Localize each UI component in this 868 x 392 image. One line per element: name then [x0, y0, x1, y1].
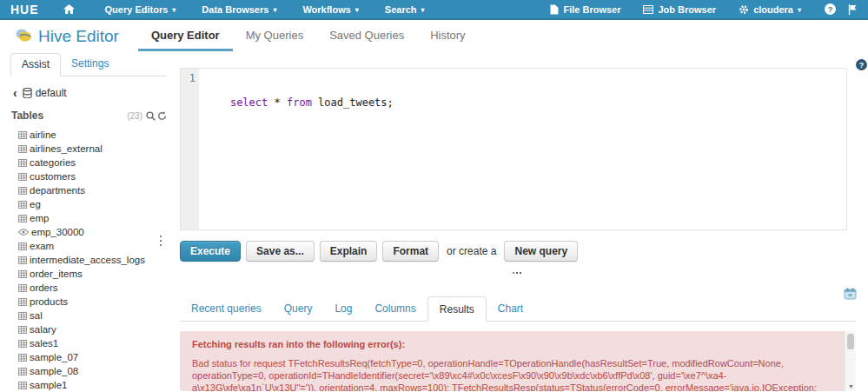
chevron-down-icon: ▾ [172, 6, 176, 14]
code-token: load_tweets; [312, 96, 394, 109]
table-list-item[interactable]: orders [18, 281, 167, 295]
app-tab-label: My Queries [246, 29, 303, 42]
execute-button[interactable]: Execute [180, 241, 241, 262]
gears-icon [739, 4, 749, 15]
top-navbar: HUE Query Editors ▾ Data Browsers ▾ Work… [0, 0, 868, 20]
table-list-item[interactable]: products [18, 295, 167, 309]
table-list-item[interactable]: airline [18, 128, 167, 142]
table-list-item[interactable]: exam [18, 239, 167, 253]
tables-label: Tables [11, 110, 127, 122]
code-editor[interactable]: select * from load_tweets; [199, 69, 846, 229]
table-list-item[interactable]: eg [18, 197, 167, 211]
refresh-icon[interactable] [157, 111, 167, 121]
table-list-item[interactable]: emp_30000 [18, 225, 167, 239]
app-tab[interactable]: Saved Queries [316, 22, 417, 51]
file-browser-link[interactable]: File Browser [539, 0, 632, 18]
table-icon [18, 326, 27, 334]
result-tab[interactable]: Results [427, 296, 487, 322]
top-menu-item[interactable]: Workflows ▾ [289, 0, 371, 18]
result-tab-label: Query [284, 302, 313, 315]
error-content: Fetching results ran into the following … [180, 331, 856, 391]
chevron-down-icon: ▾ [421, 6, 425, 14]
save-as-button[interactable]: Save as... [246, 241, 315, 262]
app-tab[interactable]: My Queries [233, 22, 316, 51]
page-title[interactable]: Hive Editor [38, 27, 119, 46]
top-menu-item[interactable]: Query Editors ▾ [92, 0, 189, 18]
sidebar-resize-grip[interactable] [160, 236, 163, 246]
new-query-button[interactable]: New query [504, 241, 578, 262]
menu-label: Workflows [302, 4, 350, 15]
table-name: airline [30, 130, 56, 140]
database-icon [23, 88, 32, 98]
explain-button[interactable]: Explain [320, 241, 378, 262]
job-browser-link[interactable]: Job Browser [632, 0, 727, 18]
table-list-item[interactable]: order_items [18, 267, 167, 281]
table-list-item[interactable]: intermediate_access_logs [18, 253, 167, 267]
table-list-item[interactable]: sample1 [18, 378, 167, 392]
table-icon [18, 131, 27, 139]
query-editor-panel[interactable]: 1 select * from load_tweets; [180, 68, 847, 230]
table-list-item[interactable]: sales1 [18, 336, 167, 350]
app-tab[interactable]: History [417, 22, 478, 51]
user-menu[interactable]: cloudera ▾ [727, 0, 812, 18]
result-tabs: Recent queries Query Log Columns Results [180, 296, 856, 322]
result-tab-label: Columns [374, 302, 415, 315]
code-token: select [230, 96, 268, 109]
table-icon [18, 354, 27, 362]
table-list-item[interactable]: salary [18, 322, 167, 336]
table-list-item[interactable]: departments [18, 183, 167, 197]
file-browser-label: File Browser [563, 4, 620, 15]
result-tab-label: Chart [498, 302, 523, 315]
app-tab[interactable]: Query Editor [138, 22, 233, 51]
scroll-down-arrow-icon[interactable]: ▼ [848, 383, 854, 389]
table-list-item[interactable]: customers [18, 169, 167, 183]
table-icon [18, 215, 27, 223]
table-name: emp_30000 [31, 227, 84, 237]
table-name: order_items [30, 269, 83, 279]
code-token: from [287, 96, 312, 109]
result-tab[interactable]: Query [273, 296, 324, 321]
table-list-item[interactable]: airlines_external [18, 142, 167, 156]
back-chevron-icon[interactable]: ‹ [13, 86, 17, 100]
table-name: products [30, 296, 68, 307]
navbar-right: File Browser Job Browser cloudera ▾ ? [539, 0, 868, 18]
table-list-item[interactable]: sample_08 [18, 364, 167, 378]
search-icon[interactable] [146, 111, 156, 121]
result-tab[interactable]: Columns [363, 296, 427, 321]
calendar-icon[interactable] [844, 288, 857, 303]
result-tab[interactable]: Recent queries [180, 296, 273, 321]
tables-count: (23) [127, 111, 142, 121]
home-icon[interactable] [63, 4, 75, 14]
top-menu-item[interactable]: Data Browsers ▾ [189, 0, 289, 18]
table-list-item[interactable]: sal [18, 309, 167, 322]
table-list-item[interactable]: categories [18, 156, 167, 169]
database-name[interactable]: default [36, 87, 67, 99]
flag-icon[interactable] [848, 4, 858, 15]
error-scrollbar[interactable]: ▼ [845, 331, 856, 391]
table-icon [18, 256, 27, 264]
or-create-text: or create a [447, 245, 496, 257]
tab-assist[interactable]: Assist [10, 53, 61, 76]
result-tab[interactable]: Chart [487, 296, 534, 321]
error-message: Bad status for request TFetchResultsReq(… [192, 357, 833, 391]
table-icon [18, 173, 27, 181]
table-icon [18, 368, 27, 375]
hive-logo-icon [16, 28, 32, 46]
database-selector-row: ‹ default [13, 86, 167, 100]
editor-help-icon[interactable]: ? [856, 59, 867, 70]
top-menu-item[interactable]: Search ▾ [372, 0, 438, 18]
panel-resize-grip[interactable] [513, 272, 521, 274]
table-list-item[interactable]: sample_07 [18, 350, 167, 364]
help-icon[interactable]: ? [825, 3, 836, 15]
result-tab[interactable]: Log [323, 296, 363, 321]
result-tab-label: Log [335, 302, 352, 315]
scrollbar-thumb[interactable] [847, 334, 854, 349]
format-button[interactable]: Format [382, 241, 439, 262]
tab-settings[interactable]: Settings [61, 53, 119, 76]
table-name: departments [30, 185, 85, 196]
table-list-item[interactable]: emp [18, 211, 167, 225]
hue-logo[interactable]: HUE [10, 3, 39, 17]
app-tab-label: Saved Queries [329, 29, 404, 42]
table-icon [18, 243, 27, 250]
table-name: sample1 [30, 380, 67, 390]
